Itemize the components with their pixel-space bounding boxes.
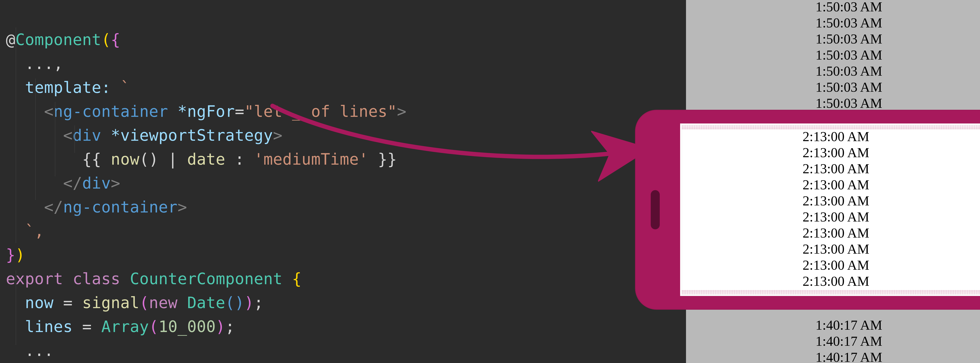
- code-token: ;: [225, 317, 235, 336]
- time-line: 2:13:00 AM: [682, 257, 980, 273]
- code-token: date: [187, 150, 225, 168]
- code-token: (): [225, 294, 244, 312]
- time-list-after: 1:40:17 AM 1:40:17 AM 1:40:17 AM 1:40:17…: [686, 317, 980, 363]
- code-token: (: [101, 30, 111, 49]
- code-token-var: now: [25, 294, 54, 312]
- code-token: =: [235, 102, 244, 121]
- code-token: >: [111, 174, 120, 192]
- time-line: 2:13:00 AM: [682, 241, 980, 257]
- indent-guide: [55, 102, 55, 177]
- time-line: 1:50:03 AM: [686, 79, 980, 95]
- code-token: (: [149, 317, 159, 336]
- code-token: ...,: [25, 54, 63, 73]
- code-token: {{: [82, 150, 111, 168]
- code-token: =: [63, 294, 73, 312]
- time-line: 2:13:00 AM: [682, 209, 980, 225]
- code-token: `: [120, 78, 130, 97]
- code-token: ): [244, 294, 254, 312]
- time-line: 2:13:00 AM: [682, 193, 980, 209]
- time-list-viewport: 2:13:00 AM 2:13:00 AM 2:13:00 AM 2:13:00…: [682, 129, 980, 289]
- code-token-tag: div: [82, 174, 111, 192]
- code-token: ): [16, 246, 25, 264]
- code-token-func: signal: [82, 294, 139, 312]
- code-token-key: template:: [25, 78, 111, 97]
- code-token-var: lines: [25, 317, 73, 336]
- time-line: 1:50:03 AM: [686, 31, 980, 47]
- code-token-tag: ng-container: [63, 198, 178, 216]
- code-token: `,: [25, 222, 44, 240]
- code-token: </: [44, 198, 63, 216]
- time-line: 1:50:03 AM: [686, 95, 980, 111]
- code-token: >: [273, 126, 283, 145]
- code-token-keyword: new: [149, 294, 178, 312]
- code-token: <: [44, 102, 54, 121]
- time-line: 1:50:03 AM: [686, 0, 980, 15]
- code-token: (): [139, 150, 158, 168]
- time-line: 1:40:17 AM: [686, 349, 980, 363]
- code-token-number: 10_000: [159, 317, 216, 336]
- code-token: ...: [25, 341, 54, 360]
- code-token: |: [159, 150, 187, 168]
- time-line: 2:13:00 AM: [682, 129, 980, 145]
- code-token: 'mediumTime': [254, 150, 368, 168]
- time-line: 1:50:03 AM: [686, 47, 980, 63]
- code-token-tag: ng-container: [54, 102, 168, 121]
- time-line: 1:40:17 AM: [686, 333, 980, 349]
- phone-speaker-icon: [651, 190, 660, 229]
- time-line: 2:13:00 AM: [682, 225, 980, 241]
- time-line: 1:40:17 AM: [686, 317, 980, 333]
- code-token: ): [216, 317, 225, 336]
- indent-guide: [16, 27, 16, 243]
- time-line: 1:50:03 AM: [686, 15, 980, 31]
- code-token-class: CounterComponent: [130, 270, 283, 288]
- code-token-attr: *viewportStrategy: [111, 126, 273, 145]
- code-token-attr: *ngFor: [178, 102, 235, 121]
- code-token: {: [111, 30, 120, 49]
- code-token: =: [82, 317, 92, 336]
- code-token-class: Date: [187, 294, 225, 312]
- code-token-class: Array: [101, 317, 149, 336]
- code-token-func: now: [111, 150, 139, 168]
- code-token: {: [292, 270, 302, 288]
- code-token: :: [225, 150, 254, 168]
- code-token: }}: [368, 150, 397, 168]
- time-line: 1:50:03 AM: [686, 63, 980, 79]
- code-token: @: [6, 30, 16, 49]
- code-token: (: [139, 294, 149, 312]
- code-token-attrval: "let _ of lines": [244, 102, 397, 121]
- indent-guide: [16, 271, 16, 345]
- time-line: 2:13:00 AM: [682, 145, 980, 161]
- code-editor[interactable]: @Component({ ..., template: ` <ng-contai…: [0, 0, 686, 363]
- time-list-before: 1:50:03 AM 1:50:03 AM 1:50:03 AM 1:50:03…: [686, 0, 980, 111]
- phone-mockup: 2:13:00 AM 2:13:00 AM 2:13:00 AM 2:13:00…: [635, 110, 980, 310]
- code-token: >: [178, 198, 187, 216]
- code-token-tag: div: [73, 126, 101, 145]
- indent-guide: [35, 78, 36, 200]
- code-token-decorator: Component: [16, 30, 101, 49]
- code-token: ;: [254, 294, 263, 312]
- code-token: </: [63, 174, 82, 192]
- time-line: 2:13:00 AM: [682, 273, 980, 289]
- time-line: 2:13:00 AM: [682, 177, 980, 193]
- code-token-keyword: class: [73, 270, 120, 288]
- code-token: }: [6, 246, 16, 264]
- code-token: <: [63, 126, 73, 145]
- code-token-keyword: export: [6, 270, 63, 288]
- indent-guide: [75, 126, 75, 153]
- time-line: 2:13:00 AM: [682, 161, 980, 177]
- code-token: >: [397, 102, 407, 121]
- phone-screen[interactable]: 2:13:00 AM 2:13:00 AM 2:13:00 AM 2:13:00…: [680, 124, 980, 296]
